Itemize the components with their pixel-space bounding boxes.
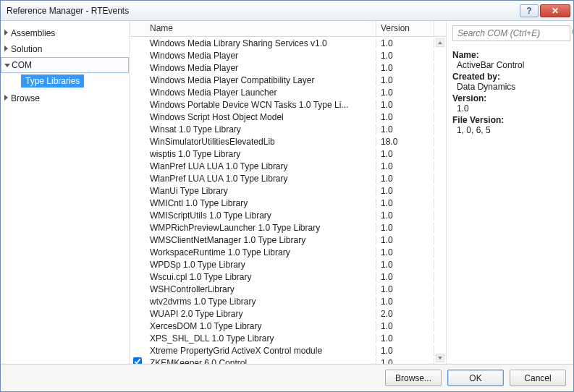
close-icon: ✕ xyxy=(552,6,559,16)
row-version: 1.0 xyxy=(376,174,434,184)
table-row[interactable]: Xtreme PropertyGrid ActiveX Control modu… xyxy=(130,344,446,357)
row-version: 1.0 xyxy=(376,210,434,221)
row-version: 1.0 xyxy=(376,88,434,98)
row-name: WorkspaceRuntime 1.0 Type Library xyxy=(145,247,376,257)
table-row[interactable]: ZKEMKeeper 6.0 Control1.0 xyxy=(130,357,446,364)
detail-version-label: Version: xyxy=(452,93,567,103)
help-button[interactable]: ? xyxy=(520,4,539,17)
col-version-header[interactable]: Version xyxy=(376,21,434,36)
scroll-down-icon[interactable] xyxy=(436,354,444,362)
footer: Browse... OK Cancel xyxy=(1,364,573,391)
table-row[interactable]: WlanPref LUA LUA 1.0 Type Library1.0 xyxy=(130,172,446,184)
col-check xyxy=(130,21,145,36)
table-row[interactable]: Windows Script Host Object Model1.0 xyxy=(130,111,446,123)
row-name: XercesDOM 1.0 Type Library xyxy=(145,321,376,331)
row-version: 1.0 xyxy=(376,260,434,270)
table-row[interactable]: Windows Media Player Launcher1.0 xyxy=(130,86,446,98)
row-name: WUAPI 2.0 Type Library xyxy=(145,309,376,319)
upper-panes: Assemblies Solution COM Type Libraries B… xyxy=(1,21,573,364)
ok-button[interactable]: OK xyxy=(447,370,504,386)
table-row[interactable]: XercesDOM 1.0 Type Library1.0 xyxy=(130,320,446,332)
table-row[interactable]: WUAPI 2.0 Type Library2.0 xyxy=(130,307,446,320)
row-name: Wscui.cpl 1.0 Type Library xyxy=(145,272,376,282)
search-input[interactable] xyxy=(453,28,571,38)
row-name: WlanUi Type Library xyxy=(145,186,376,196)
nav-com[interactable]: COM xyxy=(1,57,129,73)
table-row[interactable]: wtv2dvrms 1.0 Type Library1.0 xyxy=(130,295,446,307)
row-version: 1.0 xyxy=(376,346,434,356)
table-row[interactable]: XPS_SHL_DLL 1.0 Type Library1.0 xyxy=(130,332,446,344)
row-name: Windows Portable Device WCN Tasks 1.0 Ty… xyxy=(145,100,376,110)
table-row[interactable]: WMICntl 1.0 Type Library1.0 xyxy=(130,197,446,209)
detail-created-value: Data Dynamics xyxy=(457,82,567,92)
row-version: 1.0 xyxy=(376,112,434,122)
table-row[interactable]: Windows Media Library Sharing Services v… xyxy=(130,37,446,49)
row-version: 1.0 xyxy=(376,51,434,61)
table-row[interactable]: WlanPref LUA LUA 1.0 Type Library1.0 xyxy=(130,160,446,172)
row-name: WinSimulatorUtilitiesElevatedLib xyxy=(145,137,376,147)
row-name: Windows Media Player Compatibility Layer xyxy=(145,75,376,85)
table-row[interactable]: WlanUi Type Library1.0 xyxy=(130,184,446,197)
row-name: WMSClientNetManager 1.0 Type Library xyxy=(145,235,376,245)
search-icon[interactable]: 🔍 xyxy=(571,28,574,38)
table-row[interactable]: Windows Media Player Compatibility Layer… xyxy=(130,74,446,86)
search-box[interactable]: 🔍 xyxy=(452,25,570,41)
row-name: wisptis 1.0 Type Library xyxy=(145,149,376,159)
row-version: 1.0 xyxy=(376,284,434,294)
row-version: 1.0 xyxy=(376,297,434,307)
titlebar: Reference Manager - RTEvents ? ✕ xyxy=(1,1,573,21)
nav-assemblies[interactable]: Assemblies xyxy=(1,25,129,41)
row-name: Windows Media Library Sharing Services v… xyxy=(145,38,376,48)
nav-browse[interactable]: Browse xyxy=(1,90,129,106)
browse-button[interactable]: Browse... xyxy=(385,370,442,386)
row-name: ZKEMKeeper 6.0 Control xyxy=(145,358,376,365)
nav-type-libraries-label: Type Libraries xyxy=(25,76,80,86)
nav-solution-label: Solution xyxy=(11,44,42,54)
center-pane: Name Version Windows Media Library Shari… xyxy=(130,21,447,364)
row-version: 1.0 xyxy=(376,100,434,110)
table-row[interactable]: Windows Media Player1.0 xyxy=(130,49,446,61)
close-button[interactable]: ✕ xyxy=(540,4,570,17)
table-row[interactable]: Windows Media Player1.0 xyxy=(130,61,446,74)
row-version: 1.0 xyxy=(376,333,434,344)
table-row[interactable]: WMIScriptUtils 1.0 Type Library1.0 xyxy=(130,209,446,221)
detail-name-value: ActiveBar Control xyxy=(457,60,567,70)
row-name: WMICntl 1.0 Type Library xyxy=(145,198,376,208)
row-version: 1.0 xyxy=(376,75,434,85)
cancel-button[interactable]: Cancel xyxy=(510,370,566,386)
row-checkbox[interactable] xyxy=(133,357,142,364)
left-nav: Assemblies Solution COM Type Libraries B… xyxy=(1,21,130,364)
row-name: Windows Media Player Launcher xyxy=(145,88,376,98)
detail-created-label: Created by: xyxy=(452,72,567,82)
table-row[interactable]: Winsat 1.0 Type Library1.0 xyxy=(130,123,446,135)
table-row[interactable]: WSHControllerLibrary1.0 xyxy=(130,283,446,295)
titlebar-buttons: ? ✕ xyxy=(520,4,570,17)
row-version: 1.0 xyxy=(376,358,434,365)
table-row[interactable]: WMPRichPreviewLauncher 1.0 Type Library1… xyxy=(130,221,446,234)
table-row[interactable]: WPDSp 1.0 Type Library1.0 xyxy=(130,258,446,270)
row-version: 18.0 xyxy=(376,137,434,147)
row-version: 1.0 xyxy=(376,38,434,48)
nav-com-label: COM xyxy=(12,60,32,70)
table-row[interactable]: Windows Portable Device WCN Tasks 1.0 Ty… xyxy=(130,98,446,111)
row-name: XPS_SHL_DLL 1.0 Type Library xyxy=(145,333,376,344)
table-row[interactable]: WinSimulatorUtilitiesElevatedLib18.0 xyxy=(130,135,446,148)
row-name: Windows Media Player xyxy=(145,51,376,61)
nav-assemblies-label: Assemblies xyxy=(11,28,55,38)
nav-solution[interactable]: Solution xyxy=(1,41,129,57)
window-title: Reference Manager - RTEvents xyxy=(7,6,520,16)
table-row[interactable]: Wscui.cpl 1.0 Type Library1.0 xyxy=(130,270,446,283)
row-name: Windows Media Player xyxy=(145,63,376,73)
table-row[interactable]: WMSClientNetManager 1.0 Type Library1.0 xyxy=(130,234,446,246)
nav-type-libraries[interactable]: Type Libraries xyxy=(21,74,84,88)
content-area: Assemblies Solution COM Type Libraries B… xyxy=(1,21,573,391)
col-name-header[interactable]: Name xyxy=(145,21,376,36)
table-row[interactable]: WorkspaceRuntime 1.0 Type Library1.0 xyxy=(130,246,446,258)
list-header: Name Version xyxy=(130,21,446,37)
row-name: Windows Script Host Object Model xyxy=(145,112,376,122)
row-version: 1.0 xyxy=(376,235,434,245)
scroll-up-icon[interactable] xyxy=(436,38,444,47)
row-version: 1.0 xyxy=(376,223,434,233)
detail-filever-label: File Version: xyxy=(452,115,567,125)
table-row[interactable]: wisptis 1.0 Type Library1.0 xyxy=(130,148,446,160)
